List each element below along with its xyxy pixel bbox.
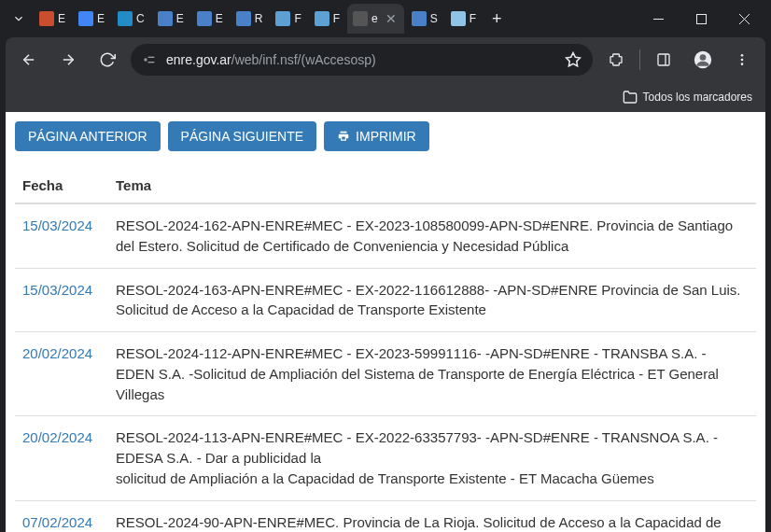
tab-search-button[interactable] xyxy=(6,6,32,32)
svg-rect-10 xyxy=(658,54,669,65)
prev-page-button[interactable]: PÁGINA ANTERIOR xyxy=(15,121,161,151)
url-text: enre.gov.ar/web/inf.nsf/(wAccesosp) xyxy=(166,52,555,67)
tab-title: R xyxy=(255,12,263,25)
tab-favicon xyxy=(236,11,251,26)
browser-tab[interactable]: e✕ xyxy=(347,4,404,34)
browser-tab[interactable]: S xyxy=(406,4,443,34)
site-info-icon[interactable] xyxy=(142,52,157,67)
reload-button[interactable] xyxy=(91,44,123,76)
column-header-tema: Tema xyxy=(108,168,756,203)
bookmarks-bar: Todos los marcadores xyxy=(6,82,765,112)
tab-favicon xyxy=(412,11,427,26)
browser-tab[interactable]: E xyxy=(191,4,229,34)
next-page-button[interactable]: PÁGINA SIGUIENTE xyxy=(168,121,316,151)
row-date-link[interactable]: 20/02/2024 xyxy=(15,416,108,500)
row-date-link[interactable]: 15/03/2024 xyxy=(15,203,108,268)
svg-point-13 xyxy=(700,54,707,61)
tab-title: C xyxy=(136,12,145,25)
close-window-button[interactable] xyxy=(722,0,765,37)
forward-button[interactable] xyxy=(52,44,84,76)
tab-close-icon[interactable]: ✕ xyxy=(384,11,399,26)
row-tema: RESOL-2024-112-APN-ENRE#MEC - EX-2023-59… xyxy=(108,332,756,416)
column-header-fecha: Fecha xyxy=(15,168,108,203)
row-date-link[interactable]: 15/03/2024 xyxy=(15,268,108,332)
tab-title: F xyxy=(294,12,301,25)
svg-point-14 xyxy=(741,54,744,57)
table-row: 15/03/2024RESOL-2024-162-APN-ENRE#MEC - … xyxy=(15,203,756,268)
browser-tab[interactable]: F xyxy=(445,4,482,34)
tab-favicon xyxy=(353,11,368,26)
tab-title: e xyxy=(371,12,378,25)
back-button[interactable] xyxy=(13,44,45,76)
row-date-link[interactable]: 07/02/2024 xyxy=(15,500,108,532)
row-tema: RESOL-2024-90-APN-ENRE#MEC. Provincia de… xyxy=(108,500,756,532)
tab-title: S xyxy=(430,12,438,25)
svg-marker-9 xyxy=(567,53,581,66)
tab-favicon xyxy=(78,11,93,26)
tab-title: E xyxy=(97,12,105,25)
menu-button[interactable] xyxy=(726,44,758,76)
new-tab-button[interactable]: + xyxy=(484,6,510,32)
row-tema: RESOL-2024-163-APN-ENRE#MEC - EX-2022-11… xyxy=(108,268,756,332)
row-tema: RESOL-2024-162-APN-ENRE#MEC - EX-2023-10… xyxy=(108,203,756,268)
tab-title: E xyxy=(216,12,223,25)
address-bar[interactable]: enre.gov.ar/web/inf.nsf/(wAccesosp) xyxy=(131,44,593,76)
tab-title: E xyxy=(176,12,184,25)
row-tema: RESOL-2024-113-APN-ENRE#MEC - EX-2022-63… xyxy=(108,416,756,500)
table-row: 20/02/2024RESOL-2024-112-APN-ENRE#MEC - … xyxy=(15,332,756,416)
svg-rect-1 xyxy=(696,14,706,23)
svg-point-6 xyxy=(145,59,147,61)
tab-favicon xyxy=(39,11,54,26)
table-row: 07/02/2024RESOL-2024-90-APN-ENRE#MEC. Pr… xyxy=(15,500,756,532)
tab-favicon xyxy=(315,11,329,26)
page-viewport[interactable]: PÁGINA ANTERIOR PÁGINA SIGUIENTE IMPRIMI… xyxy=(6,112,765,532)
browser-tab[interactable]: C xyxy=(112,4,150,34)
tab-favicon xyxy=(451,11,466,26)
tab-title: F xyxy=(470,12,476,25)
browser-tab[interactable]: E xyxy=(34,4,71,34)
print-icon xyxy=(337,130,350,143)
row-date-link[interactable]: 20/02/2024 xyxy=(15,332,108,416)
maximize-button[interactable] xyxy=(680,0,722,37)
tab-title: E xyxy=(58,12,65,25)
browser-tab[interactable]: E xyxy=(152,4,189,34)
extensions-button[interactable] xyxy=(600,44,632,76)
all-bookmarks-link[interactable]: Todos los marcadores xyxy=(643,91,752,104)
browser-tab[interactable]: R xyxy=(231,4,269,34)
table-row: 20/02/2024RESOL-2024-113-APN-ENRE#MEC - … xyxy=(15,416,756,500)
sidepanel-button[interactable] xyxy=(648,44,680,76)
tab-favicon xyxy=(158,11,173,26)
tab-favicon xyxy=(118,11,133,26)
browser-toolbar: enre.gov.ar/web/inf.nsf/(wAccesosp) xyxy=(6,37,765,82)
results-table: Fecha Tema 15/03/2024RESOL-2024-162-APN-… xyxy=(15,168,756,532)
minimize-button[interactable] xyxy=(637,0,680,37)
profile-button[interactable] xyxy=(687,44,719,76)
browser-tab-bar: EECEERFFe✕SF + xyxy=(0,0,771,37)
print-button[interactable]: IMPRIMIR xyxy=(324,121,429,151)
tab-favicon xyxy=(275,11,290,26)
tab-title: F xyxy=(333,12,340,25)
browser-tab[interactable]: F xyxy=(270,4,306,34)
svg-point-15 xyxy=(741,59,744,62)
browser-tab[interactable]: E xyxy=(73,4,110,34)
table-row: 15/03/2024RESOL-2024-163-APN-ENRE#MEC - … xyxy=(15,268,756,332)
bookmark-star-icon[interactable] xyxy=(565,51,582,68)
folder-icon xyxy=(623,90,638,105)
tab-favicon xyxy=(197,11,212,26)
browser-tab[interactable]: F xyxy=(309,4,345,34)
svg-point-16 xyxy=(741,63,744,65)
